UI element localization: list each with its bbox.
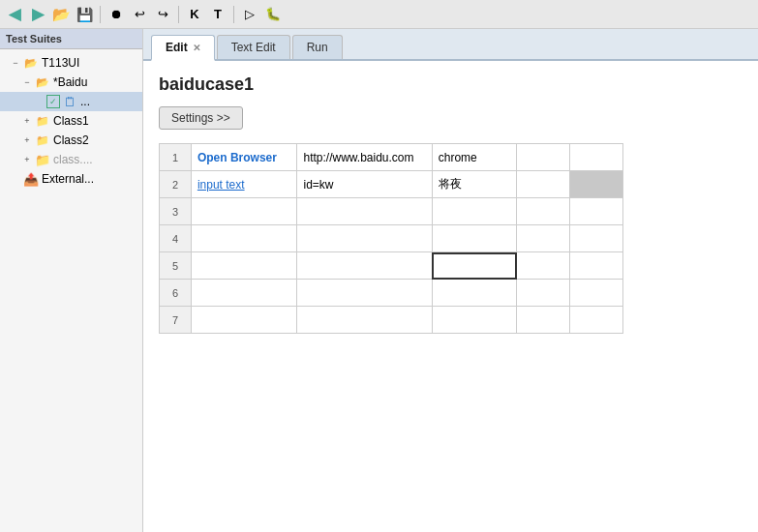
sidebar-item-class1[interactable]: + 📁 Class1 (0, 111, 142, 131)
checkbox-icon: ✓ (46, 95, 60, 108)
table-row: 7 (160, 307, 623, 334)
sidebar-item-classdots[interactable]: + 📁 class.... (0, 150, 142, 169)
row1-param1-text: http://www.baidu.com (303, 151, 413, 164)
refresh-button[interactable]: ↪ (152, 4, 173, 25)
row4-param1[interactable] (297, 225, 432, 252)
row2-param2-text: 将夜 (439, 177, 462, 191)
row7-col5[interactable] (570, 307, 623, 334)
table-row: 1 Open Browser http://www.baidu.com chro… (160, 144, 623, 171)
row6-col5[interactable] (570, 280, 623, 307)
sidebar-item-external[interactable]: 📤 External... (0, 169, 142, 189)
toolbar-separator-2 (178, 6, 179, 23)
tab-edit-close[interactable]: ✕ (193, 43, 200, 53)
folder-icon-baidu: 📂 (35, 74, 50, 90)
tree-toggle-class2[interactable]: + (21, 134, 33, 146)
row2-param1[interactable]: id=kw (297, 171, 432, 198)
test-table: 1 Open Browser http://www.baidu.com chro… (159, 143, 623, 334)
sidebar-item-baiducase1[interactable]: ✓ 🗒 ... (0, 92, 142, 111)
row4-action[interactable] (191, 225, 297, 252)
row4-col4[interactable] (517, 225, 570, 252)
table-row: 4 (160, 225, 623, 252)
row7-param2[interactable] (432, 307, 517, 334)
tabs-bar: Edit ✕ Text Edit Run (143, 29, 758, 61)
row5-col4[interactable] (517, 252, 570, 280)
row1-action-text: Open Browser (197, 151, 277, 164)
row3-col4[interactable] (517, 198, 570, 225)
row3-col5[interactable] (570, 198, 623, 225)
folder-icon-classdots: 📁 (35, 152, 50, 167)
tree-toggle-class1[interactable]: + (21, 115, 33, 127)
row-num-1: 1 (160, 144, 192, 171)
t-button[interactable]: T (207, 4, 228, 25)
row-num-3: 3 (160, 198, 192, 225)
sidebar-label-class1: Class1 (53, 114, 89, 128)
row7-action[interactable] (191, 307, 297, 334)
tab-run[interactable]: Run (292, 35, 343, 59)
tab-edit[interactable]: Edit ✕ (151, 35, 215, 61)
tree-toggle-classdots[interactable]: + (21, 154, 33, 165)
row3-param1[interactable] (297, 198, 432, 225)
row2-action[interactable]: input text (191, 171, 297, 198)
row1-param1[interactable]: http://www.baidu.com (297, 144, 432, 171)
sidebar-item-class2[interactable]: + 📁 Class2 (0, 131, 142, 150)
row3-action[interactable] (191, 198, 297, 225)
row4-param2[interactable] (432, 225, 517, 252)
row7-param1[interactable] (297, 307, 432, 334)
play-button[interactable]: ▷ (239, 4, 260, 25)
row2-action-text: input text (197, 178, 245, 192)
row7-col4[interactable] (517, 307, 570, 334)
sidebar-label-baiducase1: ... (80, 95, 90, 108)
tab-textedit-label: Text Edit (231, 41, 276, 54)
row-num-7: 7 (160, 307, 192, 334)
sidebar-label-external: External... (42, 172, 94, 186)
sidebar-label-baidu: *Baidu (53, 75, 87, 89)
tree-spacer-external (10, 173, 21, 185)
forward-button[interactable]: ▶ (27, 4, 48, 25)
row5-param2[interactable] (432, 252, 517, 280)
row1-col4[interactable] (517, 144, 570, 171)
sidebar-header: Test Suites (0, 29, 142, 49)
back-button[interactable]: ◀ (4, 4, 25, 25)
sidebar-item-baidu[interactable]: − 📂 *Baidu (0, 73, 142, 92)
row5-col5[interactable] (570, 252, 623, 280)
tab-textedit[interactable]: Text Edit (217, 35, 290, 59)
tree-toggle-baidu[interactable]: − (21, 76, 33, 88)
content-panel: baiducase1 Settings >> 1 Open Browser ht… (143, 61, 758, 532)
sidebar: Test Suites − 📂 T113UI − 📂 *Baidu ✓ 🗒 ..… (0, 29, 143, 532)
row-num-4: 4 (160, 225, 192, 252)
sidebar-label-class2: Class2 (53, 133, 89, 147)
toolbar: ◀ ▶ 📂 💾 ⏺ ↩ ↪ K T ▷ 🐛 (0, 0, 758, 29)
row2-col5[interactable] (570, 171, 623, 198)
row2-param2[interactable]: 将夜 (432, 171, 517, 198)
row-num-5: 5 (160, 252, 192, 280)
k-button[interactable]: K (184, 4, 205, 25)
row6-param1[interactable] (297, 280, 432, 307)
row6-action[interactable] (191, 280, 297, 307)
row4-col5[interactable] (570, 225, 623, 252)
folder-icon-class2: 📁 (35, 133, 50, 148)
sidebar-tree: − 📂 T113UI − 📂 *Baidu ✓ 🗒 ... + 📁 (0, 49, 142, 532)
row5-action[interactable] (191, 252, 297, 280)
row2-col4[interactable] (517, 171, 570, 198)
open-button[interactable]: 📂 (50, 4, 72, 25)
row1-action[interactable]: Open Browser (191, 144, 297, 171)
replay-button[interactable]: ↩ (129, 4, 150, 25)
row5-param1[interactable] (297, 252, 432, 280)
row6-col4[interactable] (517, 280, 570, 307)
row3-param2[interactable] (432, 198, 517, 225)
record-button[interactable]: ⏺ (106, 4, 127, 25)
row6-param2[interactable] (432, 280, 517, 307)
sidebar-item-t113ui[interactable]: − 📂 T113UI (0, 53, 142, 73)
row1-param2-text: chrome (439, 151, 477, 164)
table-row: 5 (160, 252, 623, 280)
debug-button[interactable]: 🐛 (262, 4, 284, 25)
case-title: baiducase1 (159, 74, 743, 95)
row1-col5[interactable] (570, 144, 623, 171)
sidebar-label-t113ui: T113UI (42, 56, 79, 70)
content-area: Edit ✕ Text Edit Run baiducase1 Settings… (143, 29, 758, 532)
tree-toggle-t113ui[interactable]: − (10, 57, 21, 69)
save-button[interactable]: 💾 (74, 4, 95, 25)
tree-spacer-baiducase1 (33, 96, 45, 107)
settings-button[interactable]: Settings >> (159, 106, 243, 130)
row1-param2[interactable]: chrome (432, 144, 517, 171)
